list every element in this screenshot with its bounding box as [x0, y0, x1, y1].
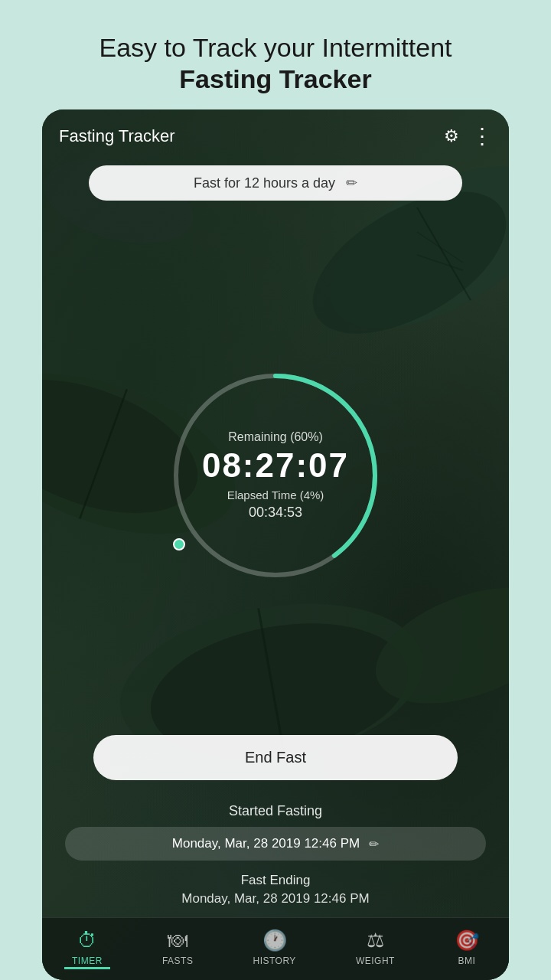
- bottom-nav: ⏱ TIMER 🍽 FASTS 🕐 HISTORY ⚖ WEIGHT 🎯 BMI: [42, 917, 509, 980]
- started-fasting-label: Started Fasting: [65, 803, 486, 819]
- nav-item-bmi[interactable]: 🎯 BMI: [447, 926, 487, 969]
- timer-area: Remaining (60%) 08:27:07 Elapsed Time (4…: [42, 216, 509, 735]
- app-header: Fasting Tracker ⚙ ⋮: [42, 109, 509, 156]
- start-date-pill[interactable]: Monday, Mar, 28 2019 12:46 PM ✏: [65, 827, 486, 861]
- bmi-nav-icon: 🎯: [455, 929, 479, 952]
- start-date-text: Monday, Mar, 28 2019 12:46 PM: [172, 836, 360, 851]
- phone-mockup: Fasting Tracker ⚙ ⋮ Fast for 12 hours a …: [42, 109, 509, 980]
- nav-item-weight[interactable]: ⚖ WEIGHT: [348, 926, 403, 969]
- promo-line1: Easy to Track your Intermittent: [99, 31, 452, 64]
- edit-plan-icon: ✏: [346, 175, 357, 191]
- fast-ending-date: Monday, Mar, 28 2019 12:46 PM: [65, 891, 486, 906]
- fasting-info: Started Fasting Monday, Mar, 28 2019 12:…: [42, 795, 509, 917]
- app-promo-header: Easy to Track your Intermittent Fasting …: [53, 0, 497, 109]
- fasts-nav-label: FASTS: [162, 956, 194, 966]
- remaining-label: Remaining (60%): [202, 430, 349, 444]
- progress-dot: [173, 538, 185, 550]
- timer-nav-label: TIMER: [72, 956, 103, 966]
- nav-item-timer[interactable]: ⏱ TIMER: [64, 926, 110, 969]
- nav-item-fasts[interactable]: 🍽 FASTS: [155, 926, 201, 969]
- fast-plan-pill[interactable]: Fast for 12 hours a day ✏: [89, 165, 462, 201]
- elapsed-time: 00:34:53: [202, 505, 349, 521]
- nav-item-history[interactable]: 🕐 HISTORY: [245, 926, 303, 969]
- bmi-nav-label: BMI: [458, 956, 476, 966]
- edit-date-icon: ✏: [369, 837, 379, 851]
- main-timer: 08:27:07: [202, 449, 349, 482]
- progress-circle-container: Remaining (60%) 08:27:07 Elapsed Time (4…: [168, 368, 383, 583]
- fast-plan-text: Fast for 12 hours a day: [194, 175, 335, 191]
- timer-nav-icon: ⏱: [77, 929, 97, 952]
- fast-ending-label: Fast Ending: [65, 873, 486, 888]
- app-title: Fasting Tracker: [59, 126, 175, 146]
- history-nav-icon: 🕐: [262, 929, 287, 952]
- fasts-nav-icon: 🍽: [168, 929, 187, 952]
- weight-nav-label: WEIGHT: [356, 956, 395, 966]
- phone-content: Fasting Tracker ⚙ ⋮ Fast for 12 hours a …: [42, 109, 509, 980]
- end-fast-button[interactable]: End Fast: [93, 735, 458, 780]
- promo-line2: Fasting Tracker: [99, 64, 452, 94]
- more-options-icon[interactable]: ⋮: [471, 123, 492, 149]
- header-icons: ⚙ ⋮: [444, 123, 492, 149]
- timer-inner: Remaining (60%) 08:27:07 Elapsed Time (4…: [202, 430, 349, 521]
- weight-nav-icon: ⚖: [367, 929, 384, 952]
- elapsed-label: Elapsed Time (4%): [202, 488, 349, 501]
- history-nav-label: HISTORY: [253, 956, 295, 966]
- settings-icon[interactable]: ⚙: [444, 126, 459, 146]
